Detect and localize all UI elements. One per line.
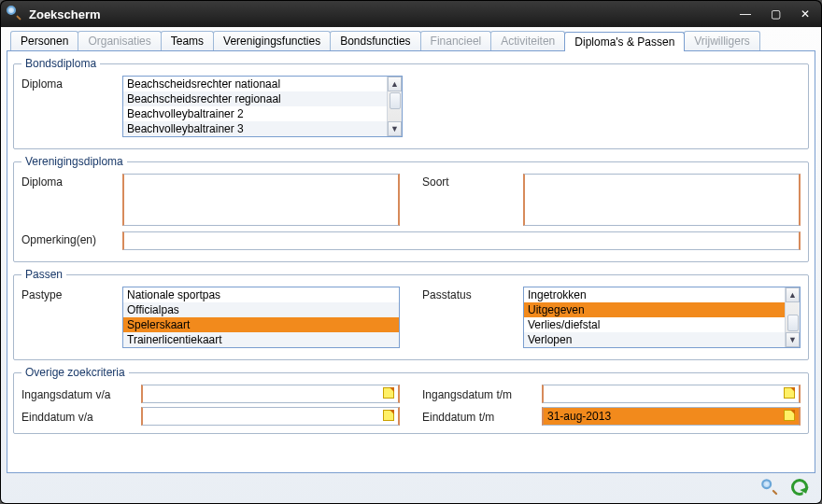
input-ingang-va[interactable]	[141, 385, 400, 403]
list-item[interactable]: Trainerlicentiekaart	[123, 332, 399, 347]
scroll-thumb[interactable]	[390, 92, 401, 109]
tab-diploma-s-passen[interactable]: Diploma's & Passen	[564, 32, 685, 51]
recycle-icon	[791, 479, 808, 496]
maximize-button[interactable]: ▢	[765, 7, 786, 21]
tabstrip: PersonenOrganisatiesTeamsVerenigingsfunc…	[7, 31, 815, 51]
list-item[interactable]: Beachvolleybaltrainer 3	[123, 121, 387, 136]
calendar-icon[interactable]	[383, 410, 396, 423]
value-eind-tm: 31-aug-2013	[547, 410, 611, 423]
list-item[interactable]: Beachscheidsrechter nationaal	[123, 77, 387, 91]
tab-bondsfuncties[interactable]: Bondsfuncties	[330, 31, 420, 50]
label-ingang-tm: Ingangsdatum t/m	[422, 386, 534, 401]
scroll-down-button[interactable]: ▼	[388, 121, 402, 136]
label-eind-tm: Einddatum t/m	[422, 409, 534, 424]
label-passtatus: Passtatus	[422, 287, 516, 301]
input-eind-va[interactable]	[141, 407, 400, 426]
list-item[interactable]: Officialpas	[123, 302, 399, 317]
group-passen: Passen Pastype Nationale sportpasOfficia…	[13, 268, 809, 360]
scrollbar-bondsdiploma[interactable]: ▲ ▼	[387, 77, 402, 136]
label-vd-diploma: Diploma	[21, 174, 115, 189]
minimize-button[interactable]: ―	[735, 7, 756, 21]
titlebar-buttons: ― ▢ ✕	[735, 7, 815, 21]
list-item[interactable]: Nationale sportpas	[123, 287, 399, 302]
label-bondsdiploma-diploma: Diploma	[21, 76, 115, 91]
tab-vrijwilligers: Vrijwilligers	[684, 31, 760, 50]
list-item[interactable]: Beachvolleybaltrainer 2	[123, 106, 387, 121]
tab-financieel: Financieel	[420, 31, 492, 50]
reset-button[interactable]	[789, 477, 810, 497]
listbox-passtatus[interactable]: IngetrokkenUitgegevenVerlies/diefstalVer…	[523, 287, 801, 348]
list-item[interactable]: Verlopen	[524, 332, 785, 347]
app-icon	[7, 6, 23, 22]
input-eind-tm[interactable]: 31-aug-2013	[542, 407, 801, 426]
label-eind-va: Einddatum v/a	[21, 409, 134, 424]
calendar-icon[interactable]	[784, 387, 797, 400]
label-ingang-va: Ingangsdatum v/a	[21, 386, 134, 401]
listbox-bondsdiploma[interactable]: Beachscheidsrechter nationaalBeachscheid…	[122, 76, 403, 137]
tab-teams[interactable]: Teams	[161, 31, 214, 50]
tab-verenigingsfuncties[interactable]: Verenigingsfuncties	[213, 31, 331, 50]
group-bondsdiploma: Bondsdiploma Diploma Beachscheidsrechter…	[13, 57, 809, 149]
scroll-up-button[interactable]: ▲	[786, 287, 800, 302]
label-vd-opmerking: Opmerking(en)	[21, 231, 115, 246]
group-overige: Overige zoekcriteria Ingangsdatum v/a Ei…	[13, 366, 809, 434]
tab-panel-diplomas-passen: Bondsdiploma Diploma Beachscheidsrechter…	[7, 51, 815, 473]
list-item[interactable]: Spelerskaart	[123, 317, 399, 332]
list-item[interactable]: Verlies/diefstal	[524, 317, 785, 332]
client-area: PersonenOrganisatiesTeamsVerenigingsfunc…	[1, 27, 821, 503]
label-pastype: Pastype	[21, 287, 115, 301]
label-vd-soort: Soort	[422, 174, 516, 189]
legend-overige: Overige zoekcriteria	[21, 366, 129, 379]
legend-bondsdiploma: Bondsdiploma	[21, 57, 100, 70]
calendar-icon[interactable]	[383, 387, 396, 400]
list-item[interactable]: Ingetrokken	[524, 287, 785, 302]
scroll-down-button[interactable]: ▼	[786, 332, 800, 347]
tab-personen[interactable]: Personen	[10, 31, 78, 50]
listbox-pastype[interactable]: Nationale sportpasOfficialpasSpelerskaar…	[122, 287, 400, 348]
list-item[interactable]: Uitgegeven	[524, 302, 785, 317]
legend-passen: Passen	[21, 268, 66, 281]
calendar-icon[interactable]	[784, 410, 797, 423]
input-vd-opmerking[interactable]	[122, 231, 801, 250]
textbox-vd-soort[interactable]	[523, 174, 801, 226]
group-verenigingsdiploma: Verenigingsdiploma Diploma Soort	[13, 155, 809, 262]
textbox-vd-diploma[interactable]	[122, 174, 400, 226]
window-title: Zoekscherm	[29, 7, 735, 21]
legend-verenigingsdiploma: Verenigingsdiploma	[21, 155, 127, 168]
scroll-thumb[interactable]	[787, 315, 799, 331]
tab-activiteiten: Activiteiten	[490, 31, 565, 50]
scrollbar-passtatus[interactable]: ▲ ▼	[785, 287, 800, 347]
bottom-toolbar	[7, 473, 815, 497]
tab-organisaties: Organisaties	[78, 31, 161, 50]
list-item[interactable]: Beachscheidsrechter regionaal	[123, 91, 387, 106]
titlebar: Zoekscherm ― ▢ ✕	[1, 1, 821, 27]
close-button[interactable]: ✕	[795, 7, 815, 21]
scroll-up-button[interactable]: ▲	[388, 77, 402, 91]
search-button[interactable]	[759, 477, 780, 497]
window: Zoekscherm ― ▢ ✕ PersonenOrganisatiesTea…	[0, 0, 822, 504]
input-ingang-tm[interactable]	[542, 385, 801, 403]
